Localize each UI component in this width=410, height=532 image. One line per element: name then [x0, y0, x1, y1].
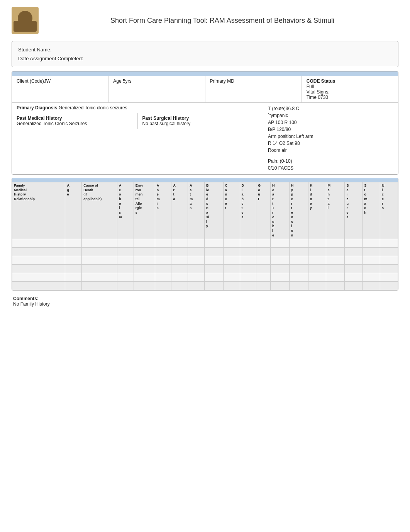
diagnosis-vital-row: Primary Diagnosis Generalized Tonic clon…: [12, 103, 398, 174]
bp-line: B/P 120/80: [268, 126, 393, 133]
past-surgical-value: No past surgical history: [142, 121, 259, 126]
primary-diagnosis-block: Primary Diagnosis Generalized Tonic clon…: [12, 103, 263, 113]
col-arthritis: Arta: [171, 182, 188, 239]
past-medical-label: Past Medical History: [17, 116, 133, 121]
main-clinical-section: Client (Code)JW Age 5yrs Primary MD CODE…: [12, 71, 398, 175]
table-row: [12, 256, 398, 265]
date-label: Date Assignment Completed:: [18, 56, 83, 61]
col-relationship: FamilyMedicalHistoryRelationship: [12, 182, 65, 239]
code-status-label: CODE Status: [307, 78, 393, 84]
family-header: [12, 178, 398, 182]
col-diabetes: Diabetes: [240, 182, 256, 239]
code-status-value: Full: [307, 84, 393, 89]
col-age1: Age: [65, 182, 82, 239]
pain-scale-line: 0/10 FACES: [268, 165, 393, 172]
vital-signs-label: Vital Signs:: [307, 89, 393, 95]
table-row: [12, 248, 398, 256]
col-stomach: Stomach: [363, 182, 380, 239]
col-ulcer: Ulcers: [380, 182, 398, 239]
table-row: [12, 265, 398, 273]
table-row: [12, 239, 398, 248]
col-hypertension: Hypertension: [289, 182, 308, 239]
o2-note-line: Room air: [268, 147, 393, 154]
primary-diagnosis-label: Primary Diagnosis: [17, 105, 57, 110]
comments-label: Comments:: [13, 296, 397, 301]
col-mental: Mental: [326, 182, 345, 239]
col-cause-death: Cause ofDeath(ifapplicable): [82, 182, 117, 239]
comments-section: Comments: No Family History: [12, 294, 398, 309]
col-heart: HeartTrouble: [270, 182, 289, 239]
logo: [12, 7, 39, 34]
primary-md: Primary MD: [210, 78, 297, 84]
rr-o2-line: R 14 O2 Sat 98: [268, 140, 393, 147]
ap-rr-line: AP 100 R 100: [268, 119, 393, 126]
table-row: [12, 282, 398, 290]
client-code: Client (Code)JW: [17, 78, 103, 84]
student-info-box: Student Name: Date Assignment Completed:: [12, 41, 398, 67]
page-header: Short Form Care Planning Tool: RAM Asses…: [0, 0, 410, 41]
col-alcohol: Acoholsm: [117, 182, 134, 239]
primary-diagnosis-value: Generalized Tonic clonic seizures: [59, 105, 127, 110]
family-table-body: [12, 239, 398, 290]
col-bleeding: BleedsEasily: [204, 182, 223, 239]
col-gout: Gout: [256, 182, 271, 239]
client-age-col: Age 5yrs: [108, 76, 205, 102]
family-history-section: FamilyMedicalHistoryRelationship Age Cau…: [12, 178, 398, 291]
past-surgical-col: Past Surgical History No past surgical h…: [138, 113, 263, 129]
time-label: Time 0730: [307, 95, 393, 100]
student-name-label: Student Name:: [18, 47, 52, 53]
medical-surgical-row: Past Medical History Generalized Tonic C…: [12, 113, 263, 129]
client-age: Age 5yrs: [113, 78, 200, 84]
col-environmental: EnvironmentalAllergies: [134, 182, 155, 239]
col-asthma: Astmas: [188, 182, 205, 239]
col-seizure: Seizures: [345, 182, 363, 239]
date-row: Date Assignment Completed:: [18, 54, 392, 63]
page-title: Short Form Care Planning Tool: RAM Asses…: [46, 17, 398, 25]
section-header: [12, 71, 398, 76]
col-kidney: Kidney: [308, 182, 326, 239]
client-info-row: Client (Code)JW Age 5yrs Primary MD CODE…: [12, 76, 398, 103]
past-medical-value: Generalized Tonic Clonic Seizures: [17, 121, 133, 126]
temp-line: T (route)36.8 C: [268, 105, 393, 112]
col-cancer: Cancer: [223, 182, 240, 239]
col-anemia: Anemia: [155, 182, 171, 239]
diagnosis-col: Primary Diagnosis Generalized Tonic clon…: [12, 103, 263, 174]
client-code-col: Client (Code)JW: [12, 76, 108, 102]
student-name-row: Student Name:: [18, 45, 392, 54]
comments-value: No Family History: [13, 301, 397, 307]
past-medical-col: Past Medical History Generalized Tonic C…: [12, 113, 138, 129]
vitals-col: T (route)36.8 C `tympanic AP 100 R 100 B…: [263, 103, 398, 174]
past-surgical-label: Past Surgical History: [142, 116, 259, 121]
code-status-col: CODE Status Full Vital Signs: Time 0730: [302, 76, 398, 102]
primary-md-col: Primary MD: [205, 76, 302, 102]
pain-line: Pain: (0-10): [268, 158, 393, 165]
table-row: [12, 273, 398, 282]
family-history-table: FamilyMedicalHistoryRelationship Age Cau…: [12, 182, 398, 290]
family-table-header-row: FamilyMedicalHistoryRelationship Age Cau…: [12, 182, 398, 239]
arm-position-line: Arm position: Left arm: [268, 133, 393, 140]
temp-route-line: `tympanic: [268, 112, 393, 119]
